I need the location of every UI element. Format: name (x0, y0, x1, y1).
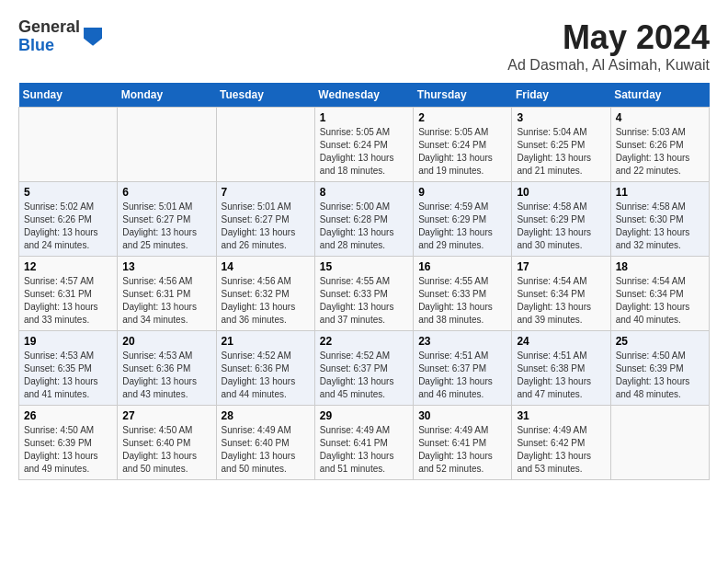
calendar-cell: 15Sunrise: 4:55 AMSunset: 6:33 PMDayligh… (314, 257, 413, 331)
day-number: 7 (222, 186, 310, 199)
calendar-cell (19, 108, 118, 182)
page-subtitle: Ad Dasmah, Al Asimah, Kuwait (507, 57, 710, 74)
day-info: Sunrise: 4:57 AMSunset: 6:31 PMDaylight:… (24, 275, 112, 327)
calendar-cell: 21Sunrise: 4:52 AMSunset: 6:36 PMDayligh… (216, 331, 314, 406)
day-info: Sunrise: 4:56 AMSunset: 6:31 PMDaylight:… (122, 275, 210, 327)
calendar-cell: 1Sunrise: 5:05 AMSunset: 6:24 PMDaylight… (314, 108, 413, 182)
calendar-table: SundayMondayTuesdayWednesdayThursdayFrid… (18, 83, 710, 480)
day-info: Sunrise: 4:51 AMSunset: 6:37 PMDaylight:… (418, 350, 506, 401)
day-number: 3 (517, 111, 605, 124)
day-number: 4 (616, 111, 704, 124)
calendar-cell (610, 406, 709, 480)
day-of-week-header: Saturday (610, 83, 709, 108)
day-info: Sunrise: 4:59 AMSunset: 6:29 PMDaylight:… (418, 201, 506, 252)
day-number: 24 (517, 335, 605, 348)
logo-icon (84, 28, 102, 46)
day-number: 20 (122, 335, 210, 348)
day-number: 29 (320, 409, 408, 422)
day-info: Sunrise: 4:52 AMSunset: 6:37 PMDaylight:… (320, 350, 408, 401)
calendar-cell: 25Sunrise: 4:50 AMSunset: 6:39 PMDayligh… (610, 331, 709, 406)
day-number: 17 (517, 260, 605, 273)
day-number: 6 (122, 186, 210, 199)
calendar-cell: 27Sunrise: 4:50 AMSunset: 6:40 PMDayligh… (118, 406, 216, 480)
calendar-week-row: 19Sunrise: 4:53 AMSunset: 6:35 PMDayligh… (19, 331, 710, 406)
calendar-header: SundayMondayTuesdayWednesdayThursdayFrid… (19, 83, 710, 108)
day-info: Sunrise: 4:51 AMSunset: 6:38 PMDaylight:… (517, 350, 605, 401)
day-of-week-header: Thursday (414, 83, 512, 108)
day-number: 19 (24, 335, 112, 348)
day-info: Sunrise: 4:52 AMSunset: 6:36 PMDaylight:… (222, 350, 310, 401)
day-info: Sunrise: 5:02 AMSunset: 6:26 PMDaylight:… (24, 201, 112, 252)
calendar-cell: 3Sunrise: 5:04 AMSunset: 6:25 PMDaylight… (512, 108, 610, 182)
calendar-cell: 18Sunrise: 4:54 AMSunset: 6:34 PMDayligh… (610, 257, 709, 331)
calendar-week-row: 5Sunrise: 5:02 AMSunset: 6:26 PMDaylight… (19, 182, 710, 257)
day-of-week-header: Tuesday (216, 83, 314, 108)
calendar-cell: 29Sunrise: 4:49 AMSunset: 6:41 PMDayligh… (314, 406, 413, 480)
calendar-cell: 16Sunrise: 4:55 AMSunset: 6:33 PMDayligh… (414, 257, 512, 331)
calendar-cell: 8Sunrise: 5:00 AMSunset: 6:28 PMDaylight… (314, 182, 413, 257)
day-info: Sunrise: 5:05 AMSunset: 6:24 PMDaylight:… (320, 126, 408, 178)
day-number: 14 (222, 260, 310, 273)
day-info: Sunrise: 4:53 AMSunset: 6:35 PMDaylight:… (24, 350, 112, 401)
calendar-cell: 7Sunrise: 5:01 AMSunset: 6:27 PMDaylight… (216, 182, 314, 257)
logo-general: General (18, 18, 80, 37)
day-info: Sunrise: 5:05 AMSunset: 6:24 PMDaylight:… (418, 126, 506, 178)
day-info: Sunrise: 4:49 AMSunset: 6:41 PMDaylight:… (418, 424, 506, 476)
calendar-week-row: 12Sunrise: 4:57 AMSunset: 6:31 PMDayligh… (19, 257, 710, 331)
day-of-week-header: Sunday (19, 83, 118, 108)
day-number: 26 (24, 409, 112, 422)
calendar-cell: 19Sunrise: 4:53 AMSunset: 6:35 PMDayligh… (19, 331, 118, 406)
day-info: Sunrise: 4:50 AMSunset: 6:40 PMDaylight:… (122, 424, 210, 476)
day-number: 8 (320, 186, 408, 199)
day-of-week-header: Wednesday (314, 83, 413, 108)
day-number: 21 (222, 335, 310, 348)
calendar-cell: 24Sunrise: 4:51 AMSunset: 6:38 PMDayligh… (512, 331, 610, 406)
calendar-cell: 28Sunrise: 4:49 AMSunset: 6:40 PMDayligh… (216, 406, 314, 480)
day-number: 1 (320, 111, 408, 124)
day-number: 10 (517, 186, 605, 199)
day-of-week-header: Monday (118, 83, 216, 108)
day-number: 31 (517, 409, 605, 422)
calendar-cell: 22Sunrise: 4:52 AMSunset: 6:37 PMDayligh… (314, 331, 413, 406)
day-info: Sunrise: 4:49 AMSunset: 6:40 PMDaylight:… (222, 424, 310, 476)
day-number: 2 (418, 111, 506, 124)
calendar-cell: 26Sunrise: 4:50 AMSunset: 6:39 PMDayligh… (19, 406, 118, 480)
calendar-cell: 6Sunrise: 5:01 AMSunset: 6:27 PMDaylight… (118, 182, 216, 257)
calendar-week-row: 26Sunrise: 4:50 AMSunset: 6:39 PMDayligh… (19, 406, 710, 480)
day-number: 15 (320, 260, 408, 273)
calendar-cell: 11Sunrise: 4:58 AMSunset: 6:30 PMDayligh… (610, 182, 709, 257)
day-number: 5 (24, 186, 112, 199)
day-info: Sunrise: 5:00 AMSunset: 6:28 PMDaylight:… (320, 201, 408, 252)
day-info: Sunrise: 5:01 AMSunset: 6:27 PMDaylight:… (122, 201, 210, 252)
day-info: Sunrise: 5:03 AMSunset: 6:26 PMDaylight:… (616, 126, 704, 178)
calendar-cell: 2Sunrise: 5:05 AMSunset: 6:24 PMDaylight… (414, 108, 512, 182)
calendar-cell: 4Sunrise: 5:03 AMSunset: 6:26 PMDaylight… (610, 108, 709, 182)
calendar-cell: 31Sunrise: 4:49 AMSunset: 6:42 PMDayligh… (512, 406, 610, 480)
calendar-week-row: 1Sunrise: 5:05 AMSunset: 6:24 PMDaylight… (19, 108, 710, 182)
calendar-cell: 14Sunrise: 4:56 AMSunset: 6:32 PMDayligh… (216, 257, 314, 331)
day-info: Sunrise: 4:55 AMSunset: 6:33 PMDaylight:… (418, 275, 506, 327)
day-info: Sunrise: 4:50 AMSunset: 6:39 PMDaylight:… (24, 424, 112, 476)
calendar-cell: 5Sunrise: 5:02 AMSunset: 6:26 PMDaylight… (19, 182, 118, 257)
day-number: 28 (222, 409, 310, 422)
calendar-cell: 30Sunrise: 4:49 AMSunset: 6:41 PMDayligh… (414, 406, 512, 480)
day-info: Sunrise: 4:56 AMSunset: 6:32 PMDaylight:… (222, 275, 310, 327)
day-number: 12 (24, 260, 112, 273)
day-number: 16 (418, 260, 506, 273)
day-info: Sunrise: 4:54 AMSunset: 6:34 PMDaylight:… (517, 275, 605, 327)
day-number: 27 (122, 409, 210, 422)
logo-blue: Blue (18, 37, 80, 55)
day-number: 30 (418, 409, 506, 422)
page-title: May 2024 (507, 18, 710, 57)
day-info: Sunrise: 4:58 AMSunset: 6:29 PMDaylight:… (517, 201, 605, 252)
day-info: Sunrise: 4:49 AMSunset: 6:42 PMDaylight:… (517, 424, 605, 476)
calendar-cell: 20Sunrise: 4:53 AMSunset: 6:36 PMDayligh… (118, 331, 216, 406)
day-info: Sunrise: 5:04 AMSunset: 6:25 PMDaylight:… (517, 126, 605, 178)
day-info: Sunrise: 4:53 AMSunset: 6:36 PMDaylight:… (122, 350, 210, 401)
day-number: 13 (122, 260, 210, 273)
day-of-week-header: Friday (512, 83, 610, 108)
day-number: 9 (418, 186, 506, 199)
day-number: 25 (616, 335, 704, 348)
day-info: Sunrise: 5:01 AMSunset: 6:27 PMDaylight:… (222, 201, 310, 252)
calendar-cell: 17Sunrise: 4:54 AMSunset: 6:34 PMDayligh… (512, 257, 610, 331)
